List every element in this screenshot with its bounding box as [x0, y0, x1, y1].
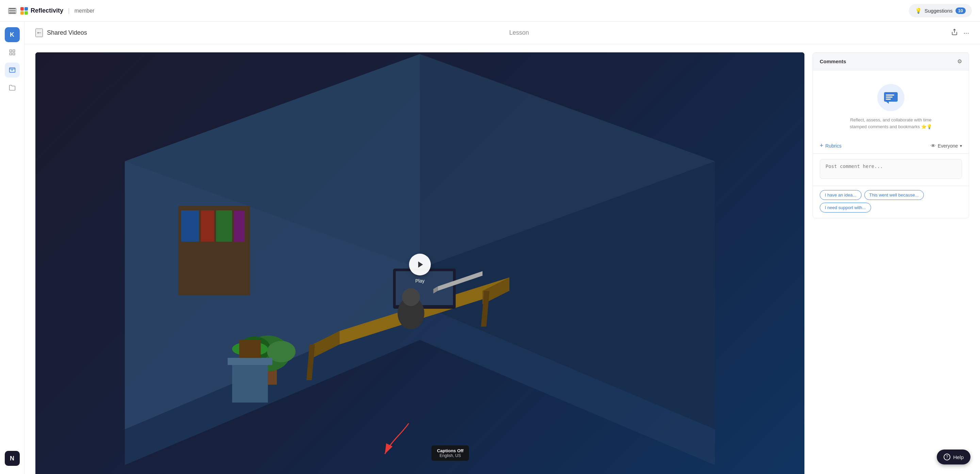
- svg-rect-24: [234, 211, 245, 242]
- suggestions-label: Suggestions: [924, 8, 953, 14]
- svg-rect-1: [13, 50, 14, 52]
- sidebar-item-dashboard[interactable]: [5, 45, 20, 60]
- svg-rect-2: [10, 53, 11, 55]
- more-options-button[interactable]: ···: [963, 29, 969, 37]
- visibility-dropdown[interactable]: 👁 Everyone ▾: [931, 143, 962, 149]
- comment-input[interactable]: [820, 159, 962, 179]
- svg-marker-35: [418, 262, 423, 268]
- logo-sq-yellow: [21, 11, 24, 14]
- page-title: Lesson: [509, 29, 529, 36]
- eye-icon: 👁: [931, 143, 936, 149]
- logo-squares: [21, 7, 28, 14]
- logo-sq-green: [24, 11, 28, 14]
- comments-panel: Comments ⚙: [813, 52, 969, 218]
- comments-title: Comments: [820, 59, 846, 64]
- chip-support[interactable]: I need support with...: [820, 203, 871, 212]
- comment-input-area: [813, 154, 969, 186]
- page-header-right: ···: [951, 29, 969, 37]
- logo-sq-red: [21, 7, 24, 11]
- brand-role: member: [75, 8, 95, 14]
- sidebar: K N: [0, 22, 24, 474]
- brand-name: Reflectivity: [30, 7, 63, 14]
- comments-settings-button[interactable]: ⚙: [957, 58, 962, 65]
- svg-rect-21: [181, 211, 199, 242]
- empty-description: Reflect, assess, and collaborate with ti…: [843, 117, 939, 130]
- video-container: Play Captions Off English, US: [35, 52, 804, 474]
- main-content: Play Captions Off English, US: [24, 44, 980, 474]
- chevron-down-icon: ▾: [960, 143, 962, 148]
- captions-lang-text: English, US: [437, 453, 463, 458]
- help-circle-icon: ?: [943, 453, 950, 460]
- comments-header: Comments ⚙: [813, 53, 969, 70]
- svg-rect-22: [201, 211, 214, 242]
- svg-rect-46: [886, 98, 891, 100]
- svg-rect-32: [239, 340, 261, 358]
- sidebar-avatar[interactable]: K: [5, 27, 20, 42]
- logo: Reflectivity | member: [21, 7, 94, 14]
- prompt-chips: I have an idea... This went well because…: [813, 186, 969, 218]
- chip-well[interactable]: This went well because...: [864, 190, 924, 200]
- bulb-icon: 💡: [915, 8, 922, 14]
- svg-rect-23: [216, 211, 232, 242]
- chip-idea[interactable]: I have an idea...: [820, 190, 862, 200]
- rubrics-label: Rubrics: [826, 143, 842, 149]
- captions-tooltip: Captions Off English, US: [431, 445, 469, 461]
- hamburger-menu[interactable]: [8, 8, 16, 14]
- comment-icon-container: [877, 84, 904, 111]
- content-area: ← Shared Videos Lesson ···: [24, 22, 980, 474]
- chip-row-2: I need support with...: [820, 203, 962, 212]
- top-navigation: Reflectivity | member 💡 Suggestions 10: [0, 0, 980, 22]
- suggestions-button[interactable]: 💡 Suggestions 10: [909, 4, 972, 17]
- sidebar-notion[interactable]: N: [5, 451, 20, 466]
- suggestions-badge: 10: [956, 8, 966, 14]
- sidebar-item-videos[interactable]: [5, 63, 20, 78]
- logo-sq-blue: [24, 7, 28, 11]
- page-header-left: ← Shared Videos: [35, 29, 87, 37]
- comments-empty-state: Reflect, assess, and collaborate with ti…: [813, 70, 969, 138]
- comment-bubble-icon: [883, 92, 898, 104]
- svg-rect-3: [13, 53, 14, 55]
- chip-row-1: I have an idea... This went well because…: [820, 190, 962, 200]
- back-button[interactable]: ←: [35, 29, 43, 37]
- svg-rect-0: [10, 50, 11, 52]
- nav-left: Reflectivity | member: [8, 7, 94, 14]
- plus-icon: +: [820, 142, 824, 149]
- video-wrapper: Play Captions Off English, US: [35, 52, 804, 474]
- captions-off-text: Captions Off: [437, 448, 463, 453]
- help-button[interactable]: ? Help: [937, 450, 970, 464]
- add-rubrics-button[interactable]: + Rubrics: [820, 142, 842, 149]
- main-layout: K N ← Shared Videos: [0, 22, 980, 474]
- comment-icon-bg: [877, 84, 904, 111]
- play-button[interactable]: [409, 254, 431, 276]
- help-label: Help: [953, 454, 964, 460]
- play-overlay: Play: [409, 254, 431, 284]
- svg-rect-45: [886, 97, 892, 98]
- page-header: ← Shared Videos Lesson ···: [24, 22, 980, 44]
- share-button[interactable]: [951, 29, 958, 37]
- brand-separator: |: [68, 7, 70, 14]
- svg-point-19: [402, 288, 420, 306]
- rubrics-bar: + Rubrics 👁 Everyone ▾: [813, 138, 969, 154]
- visibility-label: Everyone: [938, 143, 958, 149]
- sidebar-item-folders[interactable]: [5, 80, 20, 95]
- svg-rect-30: [228, 358, 272, 365]
- play-label: Play: [415, 278, 424, 284]
- page-breadcrumb: Shared Videos: [47, 29, 87, 36]
- svg-rect-44: [886, 95, 894, 95]
- video-section: Play Captions Off English, US: [35, 52, 804, 466]
